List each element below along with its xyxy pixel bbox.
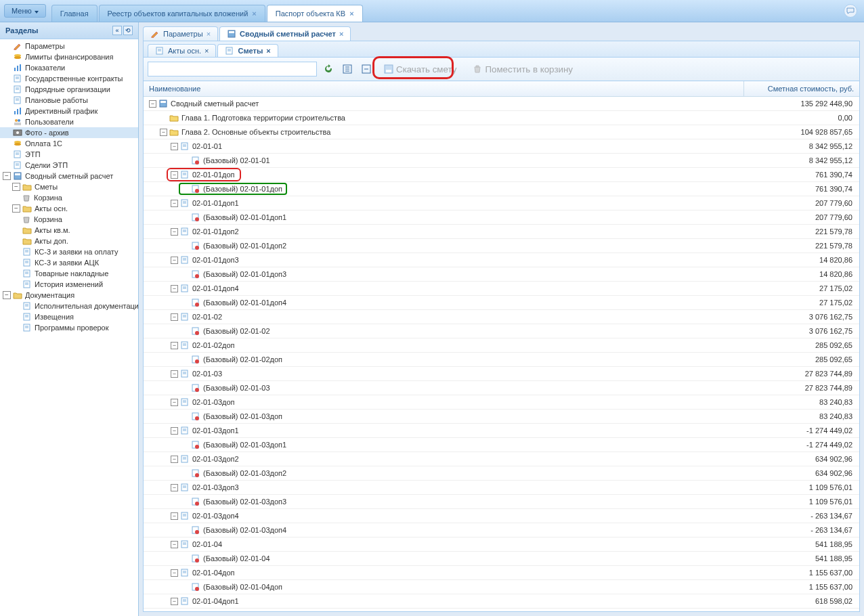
sidebar-item[interactable]: −Сметы — [0, 181, 138, 192]
sidebar-item[interactable]: Показатели — [0, 62, 138, 73]
table-row[interactable]: −02-01-04доп1 155 637,00 — [144, 566, 859, 580]
tree-toggle[interactable]: − — [12, 204, 20, 213]
row-toggle[interactable]: − — [171, 143, 178, 150]
row-toggle[interactable]: − — [171, 370, 178, 378]
row-toggle[interactable]: − — [149, 100, 156, 108]
row-toggle[interactable]: − — [171, 399, 178, 406]
table-row[interactable]: Глава 1. Подготовка территории строитель… — [144, 111, 859, 125]
row-toggle[interactable]: − — [171, 541, 178, 548]
collapse-icon[interactable]: « — [112, 26, 122, 35]
table-row[interactable]: −02-01-03доп83 240,83 — [144, 395, 859, 410]
tree-toggle[interactable]: − — [12, 183, 20, 191]
sidebar-item[interactable]: Подрядные организации — [0, 84, 138, 95]
table-row[interactable]: (Базовый) 02-01-018 342 955,12 — [144, 154, 859, 168]
table-row[interactable]: −02-01-01доп1207 779,60 — [144, 196, 859, 211]
sidebar-item[interactable]: Параметры — [0, 41, 138, 51]
download-button[interactable]: Скачать смету — [378, 62, 462, 76]
sidebar-item[interactable]: Акты кв.м. — [0, 225, 138, 236]
table-row[interactable]: (Базовый) 02-01-03доп83 240,83 — [144, 410, 859, 424]
table-row[interactable]: −02-01-03доп4- 263 134,67 — [144, 509, 859, 523]
sidebar-item[interactable]: Плановые работы — [0, 95, 138, 106]
table-row[interactable]: (Базовый) 02-01-01доп761 390,74 — [144, 182, 859, 196]
table-row[interactable]: (Базовый) 02-01-01доп2221 579,78 — [144, 239, 859, 253]
table-row[interactable]: −02-01-01доп427 175,02 — [144, 282, 859, 296]
table-row[interactable]: −02-01-03доп2634 902,96 — [144, 452, 859, 466]
table-row[interactable]: −02-01-04доп1618 598,02 — [144, 594, 859, 609]
table-row[interactable]: (Базовый) 02-01-03доп2634 902,96 — [144, 466, 859, 481]
sidebar-item[interactable]: −Сводный сметный расчет — [0, 171, 138, 181]
row-toggle[interactable]: − — [171, 456, 178, 463]
table-row[interactable]: (Базовый) 02-01-0327 823 744,89 — [144, 381, 859, 395]
row-toggle[interactable]: − — [171, 313, 178, 321]
menu-button[interactable]: Меню — [4, 4, 46, 18]
table-row[interactable]: −02-01-04541 188,95 — [144, 537, 859, 552]
table-row[interactable]: −Глава 2. Основные объекты строительства… — [144, 125, 859, 139]
top-tab[interactable]: Реестр объектов капитальных вложений× — [99, 5, 265, 22]
table-row[interactable]: (Базовый) 02-01-01доп427 175,02 — [144, 296, 859, 310]
col-header-name[interactable]: Наименование — [144, 81, 744, 96]
inner-tab[interactable]: Параметры× — [143, 26, 218, 41]
collapse-button[interactable] — [359, 62, 374, 76]
close-icon[interactable]: × — [339, 30, 343, 38]
table-row[interactable]: (Базовый) 02-01-03доп4- 263 134,67 — [144, 523, 859, 537]
sidebar-item[interactable]: Лимиты финансирования — [0, 51, 138, 62]
sidebar-item[interactable]: Фото - архив — [0, 127, 138, 138]
table-row[interactable]: (Базовый) 02-01-01доп314 820,86 — [144, 267, 859, 282]
table-row[interactable]: (Базовый) 02-01-03доп1-1 274 449,02 — [144, 438, 859, 452]
refresh-icon[interactable]: ⟲ — [123, 26, 133, 35]
tree-toggle[interactable]: − — [3, 291, 11, 299]
sidebar-item[interactable]: −Документация — [0, 290, 138, 301]
sidebar-item[interactable]: Акты доп. — [0, 236, 138, 246]
row-toggle[interactable]: − — [171, 598, 178, 605]
row-toggle[interactable]: − — [171, 285, 178, 292]
table-row[interactable]: −02-01-03доп1-1 274 449,02 — [144, 424, 859, 438]
table-row[interactable]: −02-01-01доп314 820,86 — [144, 253, 859, 267]
close-icon[interactable]: × — [207, 30, 211, 38]
row-toggle[interactable]: − — [171, 228, 178, 236]
sidebar-item[interactable]: КС-3 и заявки на оплату — [0, 246, 138, 257]
close-icon[interactable]: × — [252, 9, 256, 18]
sidebar-item[interactable]: Директивный график — [0, 106, 138, 116]
sec-tab[interactable]: Сметы× — [217, 44, 278, 57]
table-row[interactable]: (Базовый) 02-01-04доп1 155 637,00 — [144, 580, 859, 594]
sidebar-item[interactable]: Товарные накладные — [0, 268, 138, 279]
tree-toggle[interactable]: − — [3, 172, 11, 180]
table-row[interactable]: (Базовый) 02-01-023 076 162,75 — [144, 324, 859, 338]
table-row[interactable]: (Базовый) 02-01-01доп1207 779,60 — [144, 211, 859, 225]
row-toggle[interactable]: − — [171, 569, 178, 577]
table-row[interactable]: (Базовый) 02-01-03доп31 109 576,01 — [144, 495, 859, 509]
table-row[interactable]: −Сводный сметный расчет135 292 448,90 — [144, 97, 859, 111]
sec-tab[interactable]: Акты осн.× — [148, 44, 216, 57]
search-input[interactable] — [148, 62, 317, 76]
table-row[interactable]: (Базовый) 02-01-02доп285 092,65 — [144, 353, 859, 367]
row-toggle[interactable]: − — [171, 484, 178, 491]
row-toggle[interactable]: − — [171, 512, 178, 520]
sidebar-item[interactable]: ЭТП — [0, 149, 138, 160]
expand-button[interactable] — [340, 62, 355, 76]
table-row[interactable]: −02-01-03доп31 109 576,01 — [144, 481, 859, 495]
trash-button[interactable]: Поместить в корзину — [467, 62, 579, 76]
row-toggle[interactable]: − — [171, 257, 178, 264]
inner-tab[interactable]: Сводный сметный расчет× — [219, 26, 351, 41]
close-icon[interactable]: × — [266, 47, 270, 55]
row-toggle[interactable]: − — [171, 427, 178, 435]
table-row[interactable]: (Базовый) 02-01-04541 188,95 — [144, 552, 859, 566]
row-toggle[interactable]: − — [160, 129, 167, 136]
sidebar-item[interactable]: Сделки ЭТП — [0, 160, 138, 171]
table-row[interactable]: −02-01-01доп761 390,74 — [144, 168, 859, 182]
sidebar-item[interactable]: КС-3 и заявки АЦК — [0, 257, 138, 268]
sidebar-item[interactable]: Корзина — [0, 214, 138, 225]
row-toggle[interactable]: − — [171, 171, 178, 179]
table-row[interactable]: −02-01-0327 823 744,89 — [144, 367, 859, 381]
col-header-cost[interactable]: Сметная стоимость, руб. — [744, 81, 859, 96]
sidebar-item[interactable]: Исполнительная документация — [0, 301, 138, 311]
sidebar-item[interactable]: Программы проверок — [0, 322, 138, 333]
close-icon[interactable]: × — [349, 9, 353, 18]
row-toggle[interactable]: − — [171, 342, 178, 349]
sidebar-item[interactable]: Пользователи — [0, 116, 138, 127]
grid-body[interactable]: −Сводный сметный расчет135 292 448,90Гла… — [144, 97, 859, 611]
sidebar-item[interactable]: Оплата 1С — [0, 138, 138, 149]
table-row[interactable]: −02-01-023 076 162,75 — [144, 310, 859, 324]
table-row[interactable]: −02-01-018 342 955,12 — [144, 139, 859, 154]
table-row[interactable]: −02-01-01доп2221 579,78 — [144, 225, 859, 239]
